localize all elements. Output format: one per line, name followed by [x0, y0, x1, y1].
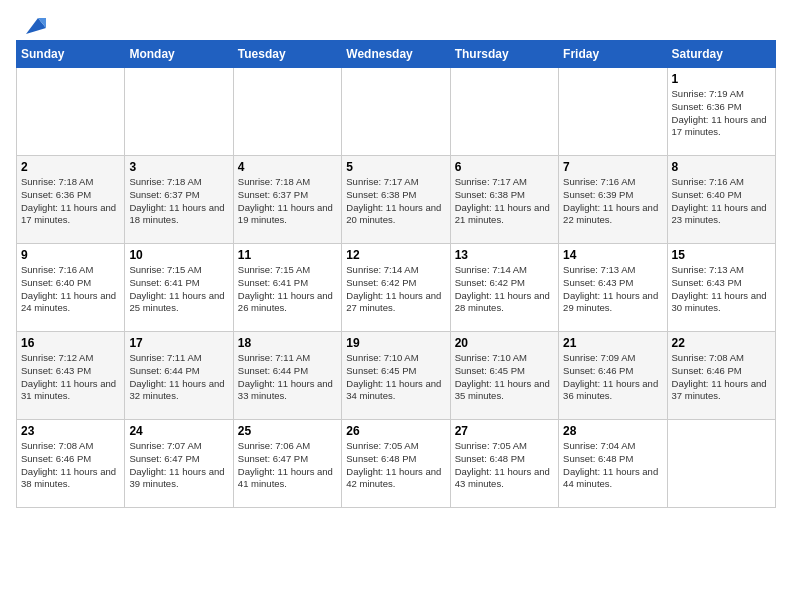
- week-row-5: 23Sunrise: 7:08 AM Sunset: 6:46 PM Dayli…: [17, 420, 776, 508]
- day-cell: 28Sunrise: 7:04 AM Sunset: 6:48 PM Dayli…: [559, 420, 667, 508]
- day-info: Sunrise: 7:13 AM Sunset: 6:43 PM Dayligh…: [672, 264, 771, 315]
- week-row-3: 9Sunrise: 7:16 AM Sunset: 6:40 PM Daylig…: [17, 244, 776, 332]
- day-number: 20: [455, 336, 554, 350]
- day-cell: 12Sunrise: 7:14 AM Sunset: 6:42 PM Dayli…: [342, 244, 450, 332]
- day-cell: 21Sunrise: 7:09 AM Sunset: 6:46 PM Dayli…: [559, 332, 667, 420]
- day-info: Sunrise: 7:18 AM Sunset: 6:36 PM Dayligh…: [21, 176, 120, 227]
- day-cell: 20Sunrise: 7:10 AM Sunset: 6:45 PM Dayli…: [450, 332, 558, 420]
- day-info: Sunrise: 7:11 AM Sunset: 6:44 PM Dayligh…: [129, 352, 228, 403]
- day-cell: 7Sunrise: 7:16 AM Sunset: 6:39 PM Daylig…: [559, 156, 667, 244]
- weekday-header-row: SundayMondayTuesdayWednesdayThursdayFrid…: [17, 41, 776, 68]
- day-number: 12: [346, 248, 445, 262]
- day-info: Sunrise: 7:05 AM Sunset: 6:48 PM Dayligh…: [346, 440, 445, 491]
- day-info: Sunrise: 7:17 AM Sunset: 6:38 PM Dayligh…: [346, 176, 445, 227]
- day-number: 17: [129, 336, 228, 350]
- day-number: 6: [455, 160, 554, 174]
- day-number: 1: [672, 72, 771, 86]
- day-cell: [17, 68, 125, 156]
- day-number: 13: [455, 248, 554, 262]
- day-cell: 5Sunrise: 7:17 AM Sunset: 6:38 PM Daylig…: [342, 156, 450, 244]
- day-info: Sunrise: 7:15 AM Sunset: 6:41 PM Dayligh…: [238, 264, 337, 315]
- day-cell: 19Sunrise: 7:10 AM Sunset: 6:45 PM Dayli…: [342, 332, 450, 420]
- day-cell: 14Sunrise: 7:13 AM Sunset: 6:43 PM Dayli…: [559, 244, 667, 332]
- day-info: Sunrise: 7:14 AM Sunset: 6:42 PM Dayligh…: [346, 264, 445, 315]
- week-row-2: 2Sunrise: 7:18 AM Sunset: 6:36 PM Daylig…: [17, 156, 776, 244]
- day-cell: 2Sunrise: 7:18 AM Sunset: 6:36 PM Daylig…: [17, 156, 125, 244]
- day-number: 9: [21, 248, 120, 262]
- weekday-header-wednesday: Wednesday: [342, 41, 450, 68]
- day-info: Sunrise: 7:10 AM Sunset: 6:45 PM Dayligh…: [346, 352, 445, 403]
- day-info: Sunrise: 7:08 AM Sunset: 6:46 PM Dayligh…: [21, 440, 120, 491]
- day-number: 22: [672, 336, 771, 350]
- weekday-header-friday: Friday: [559, 41, 667, 68]
- day-number: 28: [563, 424, 662, 438]
- day-number: 15: [672, 248, 771, 262]
- day-number: 7: [563, 160, 662, 174]
- weekday-header-saturday: Saturday: [667, 41, 775, 68]
- day-number: 3: [129, 160, 228, 174]
- day-number: 2: [21, 160, 120, 174]
- day-cell: 1Sunrise: 7:19 AM Sunset: 6:36 PM Daylig…: [667, 68, 775, 156]
- day-cell: 15Sunrise: 7:13 AM Sunset: 6:43 PM Dayli…: [667, 244, 775, 332]
- day-cell: 4Sunrise: 7:18 AM Sunset: 6:37 PM Daylig…: [233, 156, 341, 244]
- weekday-header-sunday: Sunday: [17, 41, 125, 68]
- day-cell: 26Sunrise: 7:05 AM Sunset: 6:48 PM Dayli…: [342, 420, 450, 508]
- logo: [16, 16, 46, 30]
- day-cell: [667, 420, 775, 508]
- day-number: 11: [238, 248, 337, 262]
- day-number: 8: [672, 160, 771, 174]
- day-info: Sunrise: 7:12 AM Sunset: 6:43 PM Dayligh…: [21, 352, 120, 403]
- logo-icon: [16, 16, 46, 36]
- day-info: Sunrise: 7:11 AM Sunset: 6:44 PM Dayligh…: [238, 352, 337, 403]
- day-info: Sunrise: 7:06 AM Sunset: 6:47 PM Dayligh…: [238, 440, 337, 491]
- calendar-table: SundayMondayTuesdayWednesdayThursdayFrid…: [16, 40, 776, 508]
- day-number: 23: [21, 424, 120, 438]
- day-cell: 9Sunrise: 7:16 AM Sunset: 6:40 PM Daylig…: [17, 244, 125, 332]
- day-info: Sunrise: 7:15 AM Sunset: 6:41 PM Dayligh…: [129, 264, 228, 315]
- day-info: Sunrise: 7:16 AM Sunset: 6:40 PM Dayligh…: [21, 264, 120, 315]
- day-info: Sunrise: 7:18 AM Sunset: 6:37 PM Dayligh…: [129, 176, 228, 227]
- day-number: 10: [129, 248, 228, 262]
- day-info: Sunrise: 7:08 AM Sunset: 6:46 PM Dayligh…: [672, 352, 771, 403]
- day-info: Sunrise: 7:16 AM Sunset: 6:39 PM Dayligh…: [563, 176, 662, 227]
- day-cell: 25Sunrise: 7:06 AM Sunset: 6:47 PM Dayli…: [233, 420, 341, 508]
- day-cell: 11Sunrise: 7:15 AM Sunset: 6:41 PM Dayli…: [233, 244, 341, 332]
- day-cell: 24Sunrise: 7:07 AM Sunset: 6:47 PM Dayli…: [125, 420, 233, 508]
- page-header: [16, 16, 776, 30]
- day-info: Sunrise: 7:09 AM Sunset: 6:46 PM Dayligh…: [563, 352, 662, 403]
- weekday-header-tuesday: Tuesday: [233, 41, 341, 68]
- day-cell: 17Sunrise: 7:11 AM Sunset: 6:44 PM Dayli…: [125, 332, 233, 420]
- day-info: Sunrise: 7:10 AM Sunset: 6:45 PM Dayligh…: [455, 352, 554, 403]
- day-number: 18: [238, 336, 337, 350]
- day-cell: 16Sunrise: 7:12 AM Sunset: 6:43 PM Dayli…: [17, 332, 125, 420]
- weekday-header-thursday: Thursday: [450, 41, 558, 68]
- day-cell: 22Sunrise: 7:08 AM Sunset: 6:46 PM Dayli…: [667, 332, 775, 420]
- day-number: 27: [455, 424, 554, 438]
- day-cell: 23Sunrise: 7:08 AM Sunset: 6:46 PM Dayli…: [17, 420, 125, 508]
- day-cell: [233, 68, 341, 156]
- day-info: Sunrise: 7:18 AM Sunset: 6:37 PM Dayligh…: [238, 176, 337, 227]
- day-number: 24: [129, 424, 228, 438]
- day-cell: [342, 68, 450, 156]
- day-number: 16: [21, 336, 120, 350]
- day-info: Sunrise: 7:13 AM Sunset: 6:43 PM Dayligh…: [563, 264, 662, 315]
- day-cell: 27Sunrise: 7:05 AM Sunset: 6:48 PM Dayli…: [450, 420, 558, 508]
- day-number: 19: [346, 336, 445, 350]
- day-cell: [559, 68, 667, 156]
- week-row-4: 16Sunrise: 7:12 AM Sunset: 6:43 PM Dayli…: [17, 332, 776, 420]
- day-number: 26: [346, 424, 445, 438]
- day-info: Sunrise: 7:04 AM Sunset: 6:48 PM Dayligh…: [563, 440, 662, 491]
- day-info: Sunrise: 7:05 AM Sunset: 6:48 PM Dayligh…: [455, 440, 554, 491]
- day-info: Sunrise: 7:14 AM Sunset: 6:42 PM Dayligh…: [455, 264, 554, 315]
- day-cell: 8Sunrise: 7:16 AM Sunset: 6:40 PM Daylig…: [667, 156, 775, 244]
- day-cell: [450, 68, 558, 156]
- day-cell: 13Sunrise: 7:14 AM Sunset: 6:42 PM Dayli…: [450, 244, 558, 332]
- day-info: Sunrise: 7:17 AM Sunset: 6:38 PM Dayligh…: [455, 176, 554, 227]
- week-row-1: 1Sunrise: 7:19 AM Sunset: 6:36 PM Daylig…: [17, 68, 776, 156]
- day-cell: 18Sunrise: 7:11 AM Sunset: 6:44 PM Dayli…: [233, 332, 341, 420]
- day-info: Sunrise: 7:07 AM Sunset: 6:47 PM Dayligh…: [129, 440, 228, 491]
- day-info: Sunrise: 7:16 AM Sunset: 6:40 PM Dayligh…: [672, 176, 771, 227]
- day-info: Sunrise: 7:19 AM Sunset: 6:36 PM Dayligh…: [672, 88, 771, 139]
- day-number: 5: [346, 160, 445, 174]
- day-cell: 6Sunrise: 7:17 AM Sunset: 6:38 PM Daylig…: [450, 156, 558, 244]
